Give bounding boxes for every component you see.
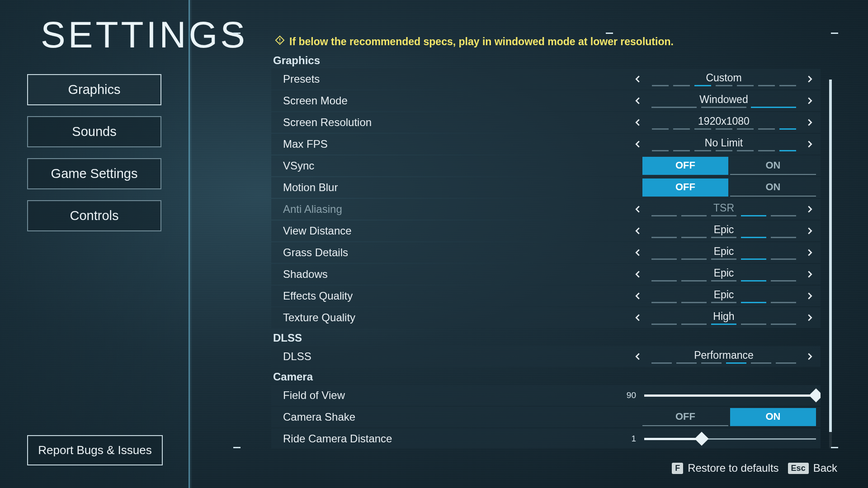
key-esc: Esc bbox=[788, 463, 809, 474]
scrollbar[interactable] bbox=[829, 80, 832, 448]
selector-value-wrap: Epic bbox=[651, 224, 796, 238]
corner-decor bbox=[831, 33, 838, 34]
chevron-right-icon[interactable] bbox=[803, 246, 816, 259]
nav-game-settings[interactable]: Game Settings bbox=[27, 158, 161, 189]
chevron-left-icon[interactable] bbox=[632, 311, 644, 324]
chevron-right-icon[interactable] bbox=[803, 350, 816, 363]
selector-value: 868x488 bbox=[651, 115, 796, 127]
setting-label: Max FPS bbox=[283, 138, 631, 150]
selector-value-wrap: Epic bbox=[651, 289, 796, 303]
slider-track[interactable] bbox=[644, 435, 816, 443]
row-screen-resolution: Screen Resolution1920x1080 bbox=[271, 112, 821, 133]
chevron-left-icon[interactable] bbox=[632, 94, 644, 107]
page-title: SETTINGS bbox=[41, 14, 189, 56]
toggle-on[interactable]: ON bbox=[730, 178, 816, 197]
selector-value-wrap: No Limit bbox=[651, 137, 796, 151]
chevron-right-icon[interactable] bbox=[803, 290, 816, 302]
setting-label: Shadows bbox=[283, 268, 631, 281]
selector-value-wrap: TSR bbox=[651, 202, 796, 216]
nav-sounds[interactable]: Sounds bbox=[27, 116, 161, 147]
slider-thumb[interactable] bbox=[809, 388, 821, 402]
slider: 1 bbox=[617, 434, 816, 444]
selector: High bbox=[631, 310, 816, 325]
selector-value: Epic bbox=[651, 289, 796, 301]
slider: 90 bbox=[617, 390, 816, 400]
selector: TSR bbox=[631, 202, 816, 216]
corner-decor bbox=[831, 447, 838, 448]
selector: No Limit bbox=[631, 137, 816, 151]
chevron-left-icon[interactable] bbox=[632, 290, 644, 302]
selector: Custom bbox=[631, 72, 816, 86]
row-texture-quality: Texture QualityHigh bbox=[271, 307, 821, 328]
selector: Epic bbox=[631, 245, 816, 260]
setting-label: Effects Quality bbox=[283, 290, 631, 302]
corner-decor bbox=[233, 447, 241, 448]
selector-value: Windowed bbox=[651, 94, 796, 106]
setting-label: Field of View bbox=[283, 389, 617, 402]
setting-label: Camera Shake bbox=[283, 411, 640, 423]
nav-graphics[interactable]: Graphics bbox=[27, 74, 161, 105]
selector-value: Performance bbox=[651, 349, 796, 361]
corner-decor bbox=[233, 33, 241, 34]
chevron-right-icon[interactable] bbox=[803, 138, 816, 150]
row-presets: PresetsCustom bbox=[271, 69, 821, 89]
toggle-off[interactable]: OFF bbox=[642, 157, 728, 175]
slider-thumb[interactable] bbox=[694, 432, 708, 446]
slider-value: 1 bbox=[618, 434, 636, 444]
chevron-left-icon[interactable] bbox=[632, 350, 644, 363]
restore-label: Restore to defaults bbox=[688, 462, 778, 474]
row-dlss: DLSSPerformance bbox=[271, 346, 821, 367]
chevron-right-icon[interactable] bbox=[803, 203, 816, 216]
selector-value: High bbox=[651, 310, 796, 323]
chevron-left-icon[interactable] bbox=[632, 203, 644, 216]
row-ride-camera-distance: Ride Camera Distance1 bbox=[271, 428, 821, 448]
toggle-off[interactable]: OFF bbox=[642, 408, 728, 426]
toggle-off[interactable]: OFF bbox=[642, 178, 728, 197]
setting-label: Anti Aliasing bbox=[283, 203, 631, 216]
selector-value-wrap: High bbox=[651, 310, 796, 325]
chevron-right-icon[interactable] bbox=[803, 268, 816, 281]
chevron-left-icon[interactable] bbox=[632, 246, 644, 259]
chevron-left-icon[interactable] bbox=[632, 73, 644, 85]
chevron-left-icon[interactable] bbox=[632, 225, 644, 237]
row-max-fps: Max FPSNo Limit bbox=[271, 134, 821, 155]
settings-panel: If below the recommended specs, play in … bbox=[240, 33, 832, 448]
nav: Graphics Sounds Game Settings Controls bbox=[0, 74, 189, 231]
row-view-distance: View DistanceEpic bbox=[271, 221, 821, 241]
setting-label: View Distance bbox=[283, 225, 631, 237]
chevron-left-icon[interactable] bbox=[632, 138, 644, 150]
toggle-on[interactable]: ON bbox=[730, 157, 816, 175]
restore-defaults-button[interactable]: F Restore to defaults bbox=[672, 462, 778, 474]
row-screen-mode: Screen ModeWindowed bbox=[271, 90, 821, 111]
scrollbar-thumb[interactable] bbox=[829, 80, 832, 432]
setting-label: Screen Mode bbox=[283, 94, 631, 107]
section-dlss: DLSS bbox=[273, 332, 821, 344]
toggle: OFFON bbox=[640, 178, 816, 197]
chevron-left-icon[interactable] bbox=[632, 116, 644, 129]
selector-value-wrap: Performance bbox=[651, 349, 796, 364]
selector-value: Custom bbox=[651, 72, 796, 84]
chevron-right-icon[interactable] bbox=[803, 116, 816, 129]
settings-scroll[interactable]: Graphics PresetsCustom Screen ModeWindow… bbox=[271, 51, 821, 448]
selector: Epic bbox=[631, 289, 816, 303]
chevron-right-icon[interactable] bbox=[803, 94, 816, 107]
setting-label: Texture Quality bbox=[283, 311, 631, 324]
report-bugs-button[interactable]: Report Bugs & Issues bbox=[27, 435, 163, 465]
row-shadows: ShadowsEpic bbox=[271, 264, 821, 285]
back-button[interactable]: Esc Back bbox=[788, 462, 837, 474]
nav-controls[interactable]: Controls bbox=[27, 200, 161, 231]
toggle-on[interactable]: ON bbox=[730, 408, 816, 426]
toggle: OFFON bbox=[640, 408, 816, 426]
setting-label: Screen Resolution bbox=[283, 116, 631, 129]
chevron-right-icon[interactable] bbox=[803, 225, 816, 237]
selector-value: Epic bbox=[651, 224, 796, 236]
toggle: OFFON bbox=[640, 157, 816, 175]
corner-decor bbox=[606, 33, 613, 34]
slider-track[interactable] bbox=[644, 391, 816, 399]
selector-value: TSR bbox=[651, 202, 796, 214]
chevron-right-icon[interactable] bbox=[803, 311, 816, 324]
chevron-right-icon[interactable] bbox=[803, 73, 816, 85]
chevron-left-icon[interactable] bbox=[632, 268, 644, 281]
selector: Performance bbox=[631, 349, 816, 364]
selector: Windowed bbox=[631, 94, 816, 108]
